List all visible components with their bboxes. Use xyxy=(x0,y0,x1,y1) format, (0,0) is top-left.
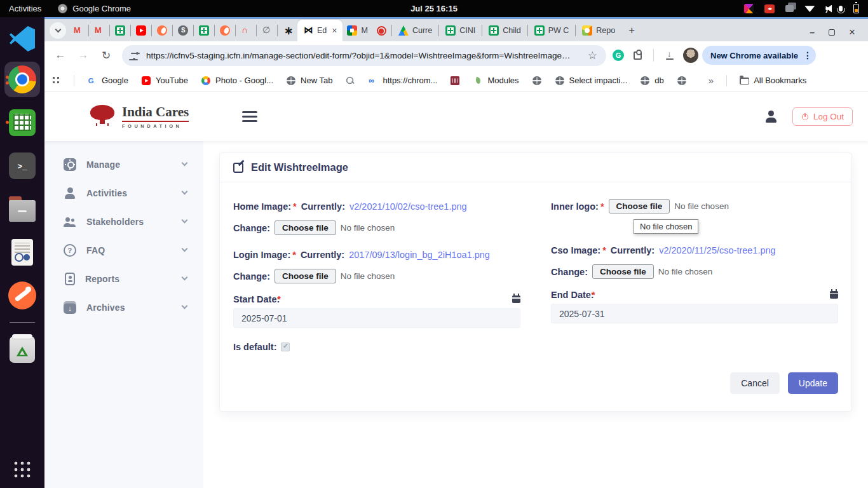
extensions-button[interactable] xyxy=(628,46,647,65)
tab-red-arch[interactable] xyxy=(236,20,255,41)
sidebar-item-stakeholders[interactable]: Stakeholders xyxy=(44,207,203,236)
menu-dots-icon[interactable] xyxy=(803,50,812,60)
tab-orange-app-2[interactable] xyxy=(215,20,234,41)
bookmark-globe-1[interactable] xyxy=(532,76,542,86)
reload-button[interactable]: ↻ xyxy=(97,46,116,65)
tab-orange-app-1[interactable] xyxy=(153,20,172,41)
wifi-icon[interactable] xyxy=(804,5,815,12)
close-window-button[interactable] xyxy=(849,27,855,37)
volume-icon[interactable]: ) xyxy=(825,5,828,13)
sidebar-item-faq[interactable]: FAQ xyxy=(44,236,203,264)
is-default-checkbox[interactable] xyxy=(281,342,290,351)
grammarly-extension-icon[interactable] xyxy=(613,50,624,61)
bookmark-google[interactable]: Google xyxy=(87,76,128,86)
bookmark-db[interactable]: db xyxy=(640,76,663,86)
cancel-button[interactable]: Cancel xyxy=(730,372,780,394)
chevron-down-icon xyxy=(182,274,188,281)
bookmark-youtube[interactable]: YouTube xyxy=(141,76,188,86)
tab-drive-current[interactable]: Curre xyxy=(393,20,438,41)
restore-button[interactable] xyxy=(829,29,835,36)
downloads-button[interactable] xyxy=(660,46,679,65)
bookmark-chrome-link[interactable]: https://chrom... xyxy=(368,76,437,86)
bookmark-globe-2[interactable] xyxy=(677,76,687,86)
tab-sheets-2[interactable] xyxy=(194,20,214,41)
focused-app-menu[interactable]: Google Chrome xyxy=(58,4,131,13)
bookmark-photos[interactable]: Photo - Googl... xyxy=(201,76,273,86)
bookmark-image[interactable] xyxy=(450,76,460,86)
all-bookmarks-button[interactable]: All Bookmarks xyxy=(740,76,806,85)
url-text[interactable]: https://icfnv5-staging.icfn.in/manage-se… xyxy=(146,51,581,60)
dock-document-viewer[interactable] xyxy=(4,234,40,270)
user-profile-icon[interactable] xyxy=(764,111,777,123)
tab-repo[interactable]: Repo xyxy=(576,20,621,41)
brand-logo[interactable]: India Cares FOUNDATION xyxy=(89,104,189,128)
tab-title: Child xyxy=(503,26,521,35)
tab-sheets-child[interactable]: Child xyxy=(483,20,527,41)
tab-youtube[interactable] xyxy=(132,20,151,41)
update-button[interactable]: Update xyxy=(788,372,838,394)
tab-search-button[interactable] xyxy=(50,22,66,39)
tab-spiral[interactable] xyxy=(278,20,297,41)
dock-postman[interactable] xyxy=(4,278,40,313)
dock-libreoffice-calc[interactable] xyxy=(4,105,40,140)
tab-sheets-cini[interactable]: CINI xyxy=(440,20,481,41)
site-settings-icon[interactable] xyxy=(131,51,140,59)
forward-button[interactable]: → xyxy=(74,46,93,65)
tab-gmail-1[interactable] xyxy=(69,20,88,41)
new-tab-button[interactable] xyxy=(623,22,640,39)
tab-sheets-1[interactable] xyxy=(111,20,130,41)
calendar-icon[interactable] xyxy=(512,295,520,303)
apps-grid-icon[interactable] xyxy=(52,76,61,85)
profile-avatar[interactable] xyxy=(683,48,698,63)
sidebar-item-activities[interactable]: Activities xyxy=(44,179,203,207)
bookmark-select-impact[interactable]: Select impacti... xyxy=(555,76,628,86)
bookmark-new-tab[interactable]: New Tab xyxy=(286,76,332,86)
tab-sheets-pw[interactable]: PW C xyxy=(529,20,575,41)
chat-indicator-icon[interactable] xyxy=(785,5,794,12)
tab-record[interactable] xyxy=(372,20,391,41)
logout-button[interactable]: Log Out xyxy=(792,107,853,126)
cso-image-link[interactable]: v2/2020/11/25/cso-tree1.png xyxy=(659,245,776,255)
back-button[interactable]: ← xyxy=(51,46,70,65)
chrome-update-button[interactable]: New Chrome available xyxy=(702,46,816,65)
screenshare-indicator-icon[interactable] xyxy=(764,4,775,13)
tab-meet[interactable]: M xyxy=(342,20,372,41)
login-image-link[interactable]: 2017/09/13/login_bg_2iH1oa1.png xyxy=(349,250,490,260)
bookmark-star-icon[interactable] xyxy=(588,49,597,62)
home-image-link[interactable]: v2/2021/10/02/cso-tree1.png xyxy=(349,201,467,212)
tab-dark-globe[interactable] xyxy=(173,20,193,41)
sidebar-item-reports[interactable]: Reports xyxy=(44,264,203,293)
start-date-input[interactable] xyxy=(233,308,520,328)
end-date-input[interactable] xyxy=(551,304,838,323)
app-indicator-icon[interactable] xyxy=(744,4,754,13)
spiral-icon xyxy=(283,25,293,36)
bookmark-search[interactable] xyxy=(345,76,355,86)
calendar-icon[interactable] xyxy=(830,291,838,299)
clock[interactable]: Jul 25 16:15 xyxy=(410,4,458,13)
inner-logo-choose-file-button[interactable]: Choose file xyxy=(609,199,670,214)
bookmark-modules[interactable]: Modules xyxy=(473,76,519,86)
tab-active-edit[interactable]: Ed xyxy=(297,20,342,41)
cso-image-choose-file-button[interactable]: Choose file xyxy=(592,264,654,279)
dock-vscode[interactable] xyxy=(4,26,40,51)
sidebar-item-manage[interactable]: Manage xyxy=(44,150,203,179)
close-tab-icon[interactable] xyxy=(332,25,337,36)
address-bar[interactable]: https://icfnv5-staging.icfn.in/manage-se… xyxy=(122,45,606,66)
dock-chrome[interactable] xyxy=(4,62,40,97)
tab-gmail-2[interactable] xyxy=(90,20,109,41)
home-image-choose-file-button[interactable]: Choose file xyxy=(275,220,336,235)
sidebar-toggle-button[interactable] xyxy=(242,111,257,122)
minimize-button[interactable] xyxy=(810,28,815,37)
dock-files[interactable] xyxy=(4,191,40,227)
microphone-icon[interactable] xyxy=(839,6,843,11)
login-image-choose-file-button[interactable]: Choose file xyxy=(275,269,336,283)
dock-trash[interactable] xyxy=(4,332,40,367)
chevron-down-icon xyxy=(182,189,188,195)
bookmarks-overflow-button[interactable] xyxy=(709,75,714,86)
activities-button[interactable]: Activities xyxy=(9,4,41,13)
tab-null-circle[interactable] xyxy=(257,20,276,41)
dock-terminal[interactable] xyxy=(4,148,40,184)
sidebar-item-archives[interactable]: Archives xyxy=(44,293,203,322)
dock-show-apps[interactable] xyxy=(13,460,32,479)
battery-icon[interactable] xyxy=(853,4,859,13)
